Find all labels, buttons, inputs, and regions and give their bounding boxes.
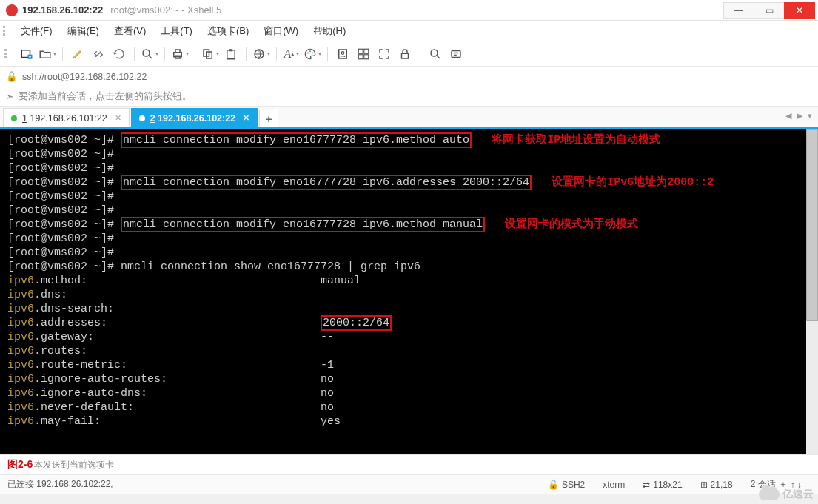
- status-dot-icon: [11, 115, 17, 121]
- svg-rect-18: [358, 54, 363, 58]
- tab-strip: 1 1 192.168.26.101:22192.168.26.101:22 ✕…: [0, 107, 818, 129]
- terminal[interactable]: [root@vms002 ~]# nmcli connection modify…: [0, 129, 818, 454]
- print-icon[interactable]: ▾: [171, 45, 189, 63]
- highlight-box: nmcli connection modify eno16777728 ipv6…: [121, 132, 472, 148]
- separator: [134, 47, 135, 61]
- highlight-box: nmcli connection modify eno16777728 ipv6…: [121, 175, 532, 190]
- fullscreen-icon[interactable]: [375, 45, 393, 63]
- lock-icon: 🔓: [6, 71, 18, 82]
- status-connection: 已连接 192.168.26.102:22。: [7, 478, 119, 491]
- open-icon[interactable]: ▾: [38, 45, 56, 63]
- new-tab-button[interactable]: +: [259, 110, 278, 127]
- menu-tools[interactable]: 工具(T): [153, 21, 200, 41]
- separator: [276, 47, 277, 61]
- reconnect-icon[interactable]: [110, 45, 128, 63]
- tab-label: 2 192.168.26.102:222 192.168.26.102:22: [150, 113, 235, 124]
- font-icon[interactable]: A▴▾: [283, 45, 301, 63]
- status-term: xterm: [594, 480, 634, 490]
- scrollbar-thumb[interactable]: [806, 129, 818, 321]
- svg-point-11: [307, 52, 309, 53]
- status-dot-icon: [139, 115, 145, 121]
- hint-arrow-icon[interactable]: ➣: [6, 91, 14, 102]
- command-placeholder: 本发送到当前选项卡: [34, 459, 114, 471]
- figure-label: 图2-6: [7, 458, 33, 471]
- hint-bar: ➣ 要添加当前会话，点击左侧的箭头按钮。: [0, 87, 818, 107]
- paste-icon[interactable]: [222, 45, 240, 63]
- svg-point-21: [431, 50, 438, 56]
- menu-edit[interactable]: 编辑(E): [60, 21, 107, 41]
- size-icon: ⇄: [643, 480, 650, 490]
- addressbook-icon[interactable]: [334, 45, 352, 63]
- watermark: 亿速云: [759, 488, 814, 501]
- separator: [195, 47, 195, 61]
- tool-bar: ▾ ▾ ▾ ▾ ▾ A▴▾ ▾: [0, 41, 818, 67]
- menu-view[interactable]: 查看(V): [107, 21, 153, 41]
- svg-point-12: [309, 50, 311, 52]
- window-title-host: 192.168.26.102:22: [22, 4, 103, 16]
- session-tab-1[interactable]: 1 1 192.168.26.101:22192.168.26.101:22 ✕: [3, 108, 130, 127]
- app-icon: [6, 4, 18, 16]
- sendall-icon[interactable]: [355, 45, 372, 63]
- zoom-icon[interactable]: [426, 45, 444, 63]
- tab-close-icon[interactable]: ✕: [243, 113, 249, 123]
- window-title-sub: root@vms002:~ - Xshell 5: [110, 4, 221, 16]
- lock-icon[interactable]: [396, 45, 414, 63]
- copy-icon[interactable]: ▾: [201, 45, 219, 63]
- svg-rect-16: [358, 49, 363, 53]
- separator: [327, 47, 328, 61]
- address-url[interactable]: ssh://root@192.168.26.102:22: [22, 72, 147, 82]
- macro-icon[interactable]: [447, 45, 465, 63]
- session-tab-2[interactable]: 2 192.168.26.102:222 192.168.26.102:22 ✕: [131, 108, 258, 127]
- svg-point-15: [341, 51, 344, 54]
- globe-icon[interactable]: ▾: [252, 45, 270, 63]
- close-button[interactable]: ✕: [784, 2, 815, 19]
- hint-text: 要添加当前会话，点击左侧的箭头按钮。: [19, 90, 192, 103]
- highlight-box: 2000::2/64: [321, 315, 392, 331]
- separator: [420, 47, 420, 61]
- search-icon[interactable]: ▾: [141, 45, 158, 63]
- highlight-box: nmcli connection modify eno16777728 ipv6…: [121, 217, 485, 232]
- minimize-button[interactable]: —: [723, 2, 754, 19]
- lock-icon: 🔓: [548, 480, 559, 490]
- status-bar: 已连接 192.168.26.102:22。 🔓SSH2 xterm ⇄118x…: [0, 475, 818, 494]
- svg-rect-20: [402, 53, 409, 58]
- svg-rect-9: [229, 49, 233, 51]
- menu-help[interactable]: 帮助(H): [306, 21, 353, 41]
- toolbar-grip[interactable]: [4, 49, 10, 58]
- annotation: 将网卡获取IP地址设置为自动模式: [492, 134, 660, 147]
- svg-point-13: [312, 52, 313, 53]
- annotation: 设置网卡的模式为手动模式: [505, 218, 638, 231]
- new-session-icon[interactable]: [18, 45, 36, 63]
- svg-rect-22: [452, 50, 460, 57]
- tab-scrollers[interactable]: ◀ ▶ ▾: [785, 111, 814, 121]
- status-ssh: 🔓SSH2: [539, 480, 594, 490]
- svg-rect-4: [175, 50, 180, 53]
- terminal-panel: [root@vms002 ~]# nmcli connection modify…: [0, 129, 818, 454]
- title-bar: 192.168.26.102:22 root@vms002:~ - Xshell…: [0, 0, 818, 21]
- separator: [246, 47, 247, 61]
- tab-close-icon[interactable]: ✕: [115, 113, 121, 123]
- menu-file[interactable]: 文件(F): [13, 21, 60, 41]
- menu-grip[interactable]: [3, 26, 9, 36]
- svg-point-2: [143, 50, 150, 56]
- window-controls: — ▭ ✕: [724, 2, 815, 19]
- palette-icon[interactable]: ▾: [304, 45, 321, 63]
- tab-label: 1 1 192.168.26.101:22192.168.26.101:22: [22, 113, 107, 124]
- address-bar: 🔓 ssh://root@192.168.26.102:22: [0, 67, 818, 87]
- svg-rect-17: [364, 49, 369, 53]
- status-pos: ⊞21,18: [691, 480, 742, 490]
- cloud-icon: [759, 488, 780, 500]
- edit-icon[interactable]: [69, 45, 87, 63]
- separator: [164, 47, 165, 61]
- maximize-button[interactable]: ▭: [754, 2, 785, 19]
- separator: [62, 47, 63, 61]
- svg-rect-19: [364, 54, 369, 58]
- grid-icon: ⊞: [700, 480, 708, 490]
- disconnect-icon[interactable]: [90, 45, 107, 63]
- status-size: ⇄118x21: [634, 480, 691, 490]
- menu-window[interactable]: 窗口(W): [256, 21, 306, 41]
- menu-tab[interactable]: 选项卡(B): [200, 21, 256, 41]
- annotation: 设置网卡的IPv6地址为2000::2: [552, 176, 714, 189]
- command-input-bar[interactable]: 图2-6 本发送到当前选项卡: [0, 454, 818, 475]
- menu-bar: 文件(F) 编辑(E) 查看(V) 工具(T) 选项卡(B) 窗口(W) 帮助(…: [0, 21, 818, 41]
